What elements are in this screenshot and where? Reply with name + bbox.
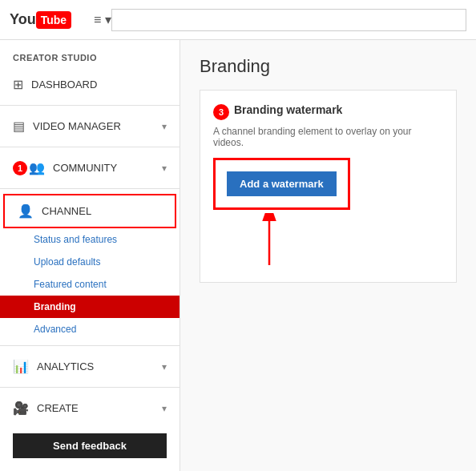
watermark-box: Add a watermark	[213, 158, 350, 210]
sidebar-item-channel[interactable]: 👤 CHANNEL	[3, 194, 176, 228]
sidebar-item-label: DASHBOARD	[31, 78, 167, 91]
sidebar-item-advanced[interactable]: Advanced	[0, 318, 180, 340]
chevron-down-icon: ▾	[162, 163, 167, 174]
content-area: Branding 3 Branding watermark A channel …	[180, 40, 476, 471]
send-feedback-button[interactable]: Send feedback	[13, 433, 167, 458]
sidebar-item-community[interactable]: 1 👥 COMMUNITY ▾	[0, 152, 180, 183]
chevron-down-icon: ▾	[162, 121, 167, 132]
chevron-down-icon: ▾	[162, 361, 167, 372]
sidebar-item-label: CHANNEL	[42, 205, 162, 217]
community-badge: 1	[13, 161, 27, 175]
divider	[0, 345, 180, 346]
annotation-badge-3: 3	[213, 104, 229, 120]
sidebar-item-video-manager[interactable]: ▤ VIDEO MANAGER ▾	[0, 111, 180, 142]
sidebar-item-create[interactable]: 🎥 CREATE ▾	[0, 392, 180, 424]
main-layout: CREATOR STUDIO ⊞ DASHBOARD ▤ VIDEO MANAG…	[0, 40, 476, 471]
sidebar-item-analytics[interactable]: 📊 ANALYTICS ▾	[0, 351, 180, 382]
sidebar-item-label: CREATE	[37, 402, 162, 414]
arrow-annotation	[237, 213, 301, 269]
channel-icon: 👤	[18, 203, 34, 219]
add-watermark-button[interactable]: Add a watermark	[227, 171, 337, 196]
analytics-icon: 📊	[13, 359, 29, 374]
video-manager-icon: ▤	[13, 119, 25, 134]
divider	[0, 188, 180, 189]
sidebar-item-featured[interactable]: Featured content	[0, 273, 180, 296]
sidebar-title: CREATOR STUDIO	[0, 40, 180, 69]
watermark-description: A channel branding element to overlay on…	[213, 126, 443, 148]
sidebar-item-label: VIDEO MANAGER	[33, 120, 162, 132]
sidebar-item-dashboard[interactable]: ⊞ DASHBOARD	[0, 69, 180, 100]
sidebar-item-upload-defaults[interactable]: Upload defaults	[0, 251, 180, 273]
community-icon: 👥	[29, 160, 45, 175]
divider	[0, 105, 180, 106]
divider	[0, 387, 180, 388]
sidebar-item-branding[interactable]: Branding	[0, 296, 180, 318]
header: You Tube ≡ ▾	[0, 0, 476, 40]
branding-watermark-section: 3 Branding watermark A channel branding …	[200, 90, 457, 283]
page-title: Branding	[200, 56, 457, 77]
sidebar-item-label: COMMUNITY	[53, 162, 162, 174]
sidebar-item-status[interactable]: Status and features	[0, 228, 180, 251]
search-input[interactable]	[111, 9, 466, 31]
sidebar-item-label: ANALYTICS	[37, 360, 162, 372]
divider	[0, 147, 180, 147]
dashboard-icon: ⊞	[13, 77, 23, 92]
youtube-logo: You Tube	[10, 11, 75, 29]
youtube-tube: Tube	[36, 11, 71, 29]
create-icon: 🎥	[13, 401, 29, 416]
watermark-section-title: Branding watermark	[234, 103, 342, 116]
sidebar: CREATOR STUDIO ⊞ DASHBOARD ▤ VIDEO MANAG…	[0, 40, 180, 471]
youtube-you: You	[10, 11, 36, 28]
chevron-down-icon: ▾	[162, 403, 167, 414]
hamburger-icon[interactable]: ≡ ▾	[94, 12, 111, 27]
channel-sub-items: Status and features Upload defaults Feat…	[0, 228, 180, 340]
